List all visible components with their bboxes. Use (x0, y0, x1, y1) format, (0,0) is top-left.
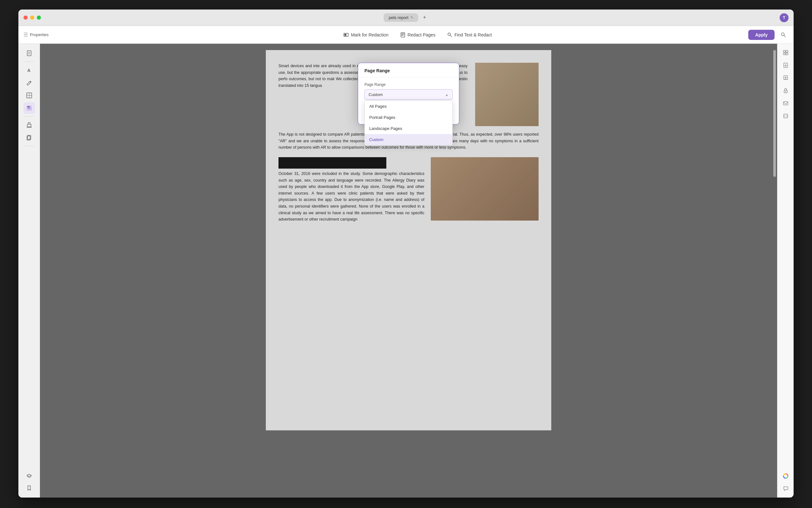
svg-rect-32 (783, 102, 788, 105)
mark-redaction-icon (343, 32, 349, 38)
dropdown-item-all-pages-label: All Pages (369, 104, 387, 109)
svg-rect-27 (786, 53, 788, 55)
app-window: pets report ✎ + T ☰ Properties Mark for … (18, 9, 794, 498)
modal-body: Page Range Custom ▲ All Pages (358, 77, 459, 105)
table-icon (26, 92, 32, 98)
find-text-icon (447, 32, 453, 38)
right-sidebar-color-icon[interactable] (781, 471, 791, 481)
properties-label: Properties (30, 32, 48, 37)
sidebar-icon-redact[interactable] (24, 102, 35, 114)
dropdown-item-portrait[interactable]: Portrait Pages (365, 112, 452, 123)
page-range-select[interactable]: Custom ▲ (364, 89, 453, 100)
toolbar-center: Mark for Redaction Redact Pages Find Tex… (87, 30, 748, 40)
sidebar-icon-document[interactable] (24, 47, 35, 59)
right-sidebar-lock-icon[interactable] (781, 86, 791, 96)
modal-title: Page Range (364, 68, 390, 73)
toolbar-right: Apply (748, 30, 788, 40)
svg-point-7 (781, 33, 784, 36)
tab-bar: pets report ✎ + (384, 13, 428, 22)
tab-plus-button[interactable]: + (421, 14, 428, 22)
dropdown-item-landscape-label: Landscape Pages (369, 126, 402, 131)
text-tool-icon: A (26, 67, 32, 73)
right-sidebar-chat-icon[interactable] (781, 483, 791, 494)
page-range-label: Page Range (364, 82, 453, 87)
lock-icon (783, 88, 788, 93)
modal-overlay: Page Range Page Range Custom ▲ All Pages (40, 44, 777, 498)
redact-active-icon (26, 105, 32, 111)
color-wheel-icon (782, 473, 789, 479)
svg-rect-3 (401, 34, 404, 34)
tab-item[interactable]: pets report ✎ (384, 13, 418, 22)
find-text-redact-label: Find Text & Redact (455, 32, 492, 37)
svg-line-6 (450, 35, 452, 37)
maximize-button[interactable] (37, 15, 41, 19)
svg-rect-1 (344, 34, 346, 36)
chat-icon (783, 486, 788, 492)
modal-header: Page Range (358, 63, 459, 77)
dropdown-item-landscape[interactable]: Landscape Pages (365, 123, 452, 134)
svg-point-31 (785, 91, 786, 92)
sidebar-icon-stamp[interactable] (24, 119, 35, 131)
upload-icon (783, 75, 788, 81)
toolbar: ☰ Properties Mark for Redaction Redact P… (18, 26, 794, 44)
sidebar-divider-3 (25, 146, 34, 146)
sidebar-icon-pages[interactable] (24, 132, 35, 143)
sidebar-icon-bookmark[interactable] (24, 482, 35, 494)
right-sidebar-mail-icon[interactable] (781, 98, 791, 109)
toolbar-left: ☰ Properties (24, 32, 87, 38)
document-icon (26, 50, 32, 56)
sidebar-icon-edit[interactable] (24, 77, 35, 88)
chevron-up-icon: ▲ (445, 93, 449, 97)
scan-icon (783, 113, 788, 119)
sidebar-icon-text[interactable]: A (24, 64, 35, 76)
traffic-lights (24, 15, 41, 19)
svg-rect-25 (786, 50, 788, 52)
svg-line-8 (784, 35, 786, 37)
content-area[interactable]: Smart devices and inte are already used … (40, 44, 777, 498)
mail-icon (783, 100, 788, 106)
dropdown-item-custom-label: Custom (369, 137, 384, 142)
dropdown-list: All Pages Portrait Pages Landscape Pages… (364, 100, 453, 145)
properties-icon: ☰ (24, 32, 28, 38)
svg-rect-26 (783, 53, 785, 55)
redact-pages-button[interactable]: Redact Pages (394, 30, 441, 40)
sidebar-divider-2 (25, 116, 34, 117)
pages-icon (26, 134, 32, 141)
minimize-button[interactable] (30, 15, 34, 19)
svg-rect-20 (27, 124, 31, 127)
layers-icon (26, 472, 32, 478)
right-sidebar-save-icon[interactable] (781, 60, 791, 70)
page-range-select-container: Custom ▲ All Pages Portrait Pages (364, 89, 453, 100)
selected-option-label: Custom (369, 92, 383, 97)
right-sidebar-upload-icon[interactable] (781, 73, 791, 83)
titlebar: pets report ✎ + T (18, 9, 794, 26)
dropdown-item-portrait-label: Portrait Pages (369, 115, 395, 120)
right-sidebar-grid-icon[interactable] (781, 47, 791, 58)
svg-text:A: A (27, 68, 31, 73)
mark-for-redaction-button[interactable]: Mark for Redaction (338, 30, 394, 40)
sidebar-icon-table[interactable] (24, 90, 35, 101)
dropdown-item-custom[interactable]: Custom (365, 134, 452, 145)
save-icon (783, 62, 788, 68)
grid-icon (783, 50, 788, 55)
redact-pages-icon (400, 32, 406, 38)
svg-rect-18 (27, 106, 30, 108)
find-text-redact-button[interactable]: Find Text & Redact (441, 30, 498, 40)
sidebar-icon-layers[interactable] (24, 470, 35, 481)
stamp-icon (26, 122, 32, 128)
dropdown-item-all-pages[interactable]: All Pages (365, 101, 452, 112)
left-sidebar: A (18, 44, 40, 498)
right-sidebar (777, 44, 794, 498)
apply-button[interactable]: Apply (748, 30, 775, 40)
close-button[interactable] (24, 15, 28, 19)
right-sidebar-scan-icon[interactable] (781, 111, 791, 121)
edit-icon (26, 80, 32, 86)
avatar[interactable]: T (780, 13, 788, 22)
tab-title: pets report (389, 15, 408, 20)
page-range-modal: Page Range Page Range Custom ▲ All Pages (358, 63, 459, 125)
redact-pages-label: Redact Pages (408, 32, 435, 37)
search-icon (781, 32, 786, 38)
search-button[interactable] (778, 30, 788, 40)
svg-rect-24 (783, 50, 785, 52)
tab-edit-icon: ✎ (411, 15, 413, 19)
